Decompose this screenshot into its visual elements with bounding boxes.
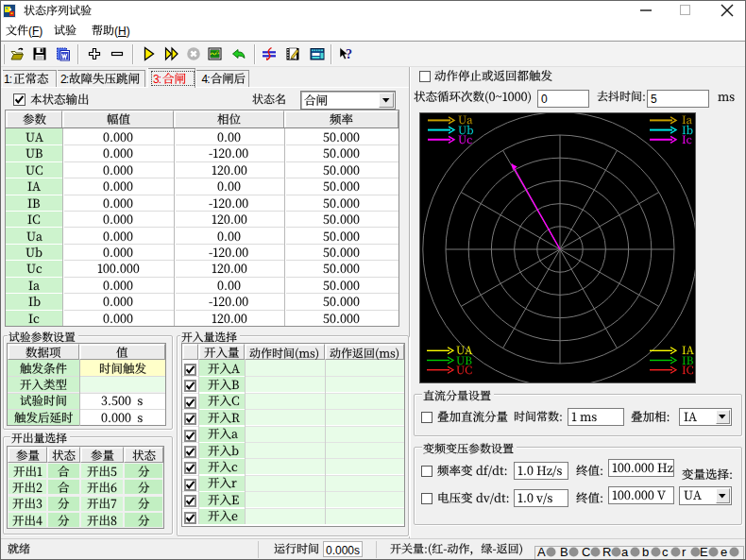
svg-text:?: ? [346,47,352,61]
